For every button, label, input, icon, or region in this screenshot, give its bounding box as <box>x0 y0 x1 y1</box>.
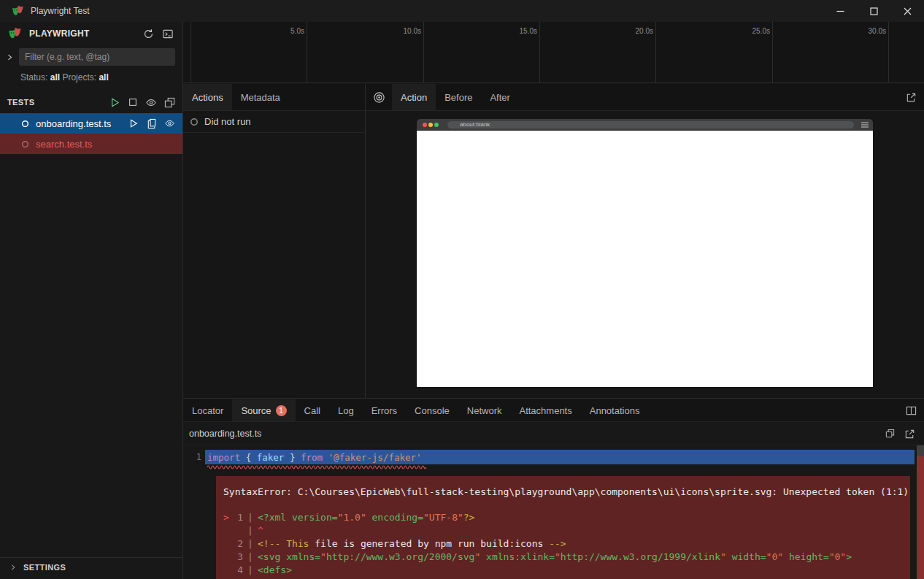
source-line-1-code: import { faker } from '@faker-js/faker' <box>205 450 915 464</box>
trace-timeline[interactable]: 5.0s 10.0s 15.0s 20.0s 25.0s 30.0s <box>183 22 924 83</box>
tab-attachments[interactable]: Attachments <box>510 399 580 421</box>
external-link-icon[interactable] <box>904 429 915 440</box>
frame-pipe: | <box>243 564 258 577</box>
traffic-light-yellow-icon <box>428 123 433 127</box>
error-line-marker <box>223 537 233 551</box>
chevron-right-icon[interactable] <box>0 53 19 61</box>
scrollbar-thumb[interactable] <box>917 445 924 456</box>
tab-source-label: Source <box>241 405 271 416</box>
tab-after[interactable]: After <box>481 84 518 110</box>
frame-line-number: 4 <box>233 564 243 577</box>
snapshot-viewport: about:blank <box>366 111 924 398</box>
settings-section-label: SETTINGS <box>23 563 66 572</box>
frame-line-number: 3 <box>233 551 243 564</box>
open-snapshot-external-button[interactable] <box>906 84 917 111</box>
test-file-search[interactable]: search.test.ts <box>0 134 182 154</box>
snapshot-tab-strip: Action Before After <box>366 84 924 111</box>
tab-annotations[interactable]: Annotations <box>581 399 649 421</box>
source-filename: onboarding.test.ts <box>189 429 261 439</box>
error-line-marker: > <box>223 511 233 524</box>
error-message: SyntaxError: C:\Courses\EpicWeb\full-sta… <box>223 486 903 499</box>
refresh-icon[interactable] <box>143 28 154 39</box>
tab-actions-label: Actions <box>192 92 223 103</box>
playwright-masks-icon <box>7 26 23 41</box>
did-not-run-row: Did not run <box>183 111 365 133</box>
stop-icon[interactable] <box>128 97 138 107</box>
tab-before[interactable]: Before <box>436 84 481 110</box>
watch-test-eye-icon[interactable] <box>164 118 175 129</box>
collapse-all-icon[interactable] <box>164 97 175 108</box>
pick-locator-button[interactable] <box>366 84 392 110</box>
status-label: Status: <box>20 72 47 83</box>
test-file-name: search.test.ts <box>36 139 92 150</box>
tab-errors[interactable]: Errors <box>363 399 406 421</box>
tab-console[interactable]: Console <box>406 399 458 421</box>
tab-actions[interactable]: Actions <box>183 84 232 110</box>
source-file-actions <box>876 422 915 445</box>
source-error-count-badge: 1 <box>276 405 287 416</box>
scrollbar-error-decoration <box>917 456 924 579</box>
error-line-marker <box>223 551 233 564</box>
tests-section-label: TESTS <box>7 98 102 107</box>
snapshot-panel: Action Before After <box>366 84 924 398</box>
close-button[interactable] <box>890 0 924 22</box>
tab-errors-label: Errors <box>371 405 397 416</box>
error-line-marker <box>223 524 233 537</box>
settings-section-header[interactable]: SETTINGS <box>0 557 182 577</box>
run-all-icon[interactable] <box>109 97 120 108</box>
actions-panel: Actions Metadata Did not run <box>183 84 366 398</box>
toggle-layout-button[interactable] <box>906 399 917 422</box>
tab-log[interactable]: Log <box>329 399 363 421</box>
timeline-gridline <box>307 22 307 83</box>
frame-caret: ^ <box>258 524 263 537</box>
details-panel: Locator Source 1 Call Log Errors Console… <box>183 399 924 579</box>
window-title: Playwright Test <box>31 6 89 16</box>
timeline-gridline <box>423 22 424 83</box>
hamburger-menu-icon <box>861 122 869 128</box>
maximize-button[interactable] <box>857 0 890 22</box>
address-bar: about:blank <box>447 121 854 129</box>
timeline-tick-label: 30.0s <box>842 27 886 35</box>
playwright-masks-icon <box>12 4 25 18</box>
frame-line-number: 2 <box>233 537 243 551</box>
title-bar: Playwright Test <box>0 0 924 22</box>
status-value[interactable]: all <box>50 72 60 83</box>
tab-network[interactable]: Network <box>458 399 511 421</box>
test-status-circle-icon <box>21 120 29 128</box>
tab-action-label: Action <box>401 92 427 103</box>
tab-call[interactable]: Call <box>296 399 329 421</box>
copy-icon[interactable] <box>885 429 896 440</box>
tab-source[interactable]: Source 1 <box>232 399 295 421</box>
frame-code: <defs> <box>258 564 292 577</box>
timeline-tick-label: 20.0s <box>609 27 653 35</box>
filter-input[interactable] <box>19 48 175 66</box>
tab-call-label: Call <box>304 405 320 416</box>
test-file-name: onboarding.test.ts <box>36 118 111 129</box>
timeline-tick-label: 15.0s <box>493 27 537 35</box>
status-line: Status: all Projects: all <box>0 66 182 85</box>
code-frame-line: 3 | <svg xmlns="http://www.w3.org/2000/s… <box>223 551 903 564</box>
tab-action[interactable]: Action <box>392 84 436 110</box>
show-source-icon[interactable] <box>146 118 157 129</box>
chevron-right-icon <box>9 564 17 571</box>
timeline-tick-label: 25.0s <box>726 27 770 35</box>
minimize-button[interactable] <box>823 0 857 22</box>
run-test-icon[interactable] <box>128 118 139 129</box>
terminal-icon[interactable] <box>162 28 174 39</box>
timeline-gridline <box>888 22 889 83</box>
source-scrollbar[interactable] <box>917 445 924 579</box>
tab-metadata[interactable]: Metadata <box>232 84 289 110</box>
projects-value[interactable]: all <box>99 72 108 83</box>
status-circle-icon <box>190 118 199 126</box>
syntax-error-block: SyntaxError: C:\Courses\EpicWeb\full-sta… <box>216 476 910 579</box>
playwright-section-header: PLAYWRIGHT <box>0 22 182 45</box>
timeline-gridline <box>190 22 191 83</box>
tab-locator[interactable]: Locator <box>183 399 232 421</box>
frame-code: <!-- This file is generated by npm run b… <box>258 537 566 551</box>
split-columns-icon <box>906 405 917 416</box>
middle-panels: Actions Metadata Did not run Action Befo… <box>183 84 924 399</box>
watch-all-eye-icon[interactable] <box>145 97 157 108</box>
squiggle-path <box>207 466 426 469</box>
test-file-onboarding[interactable]: onboarding.test.ts <box>0 113 182 134</box>
frame-code: <svg xmlns="http://www.w3.org/2000/svg" … <box>258 551 852 564</box>
